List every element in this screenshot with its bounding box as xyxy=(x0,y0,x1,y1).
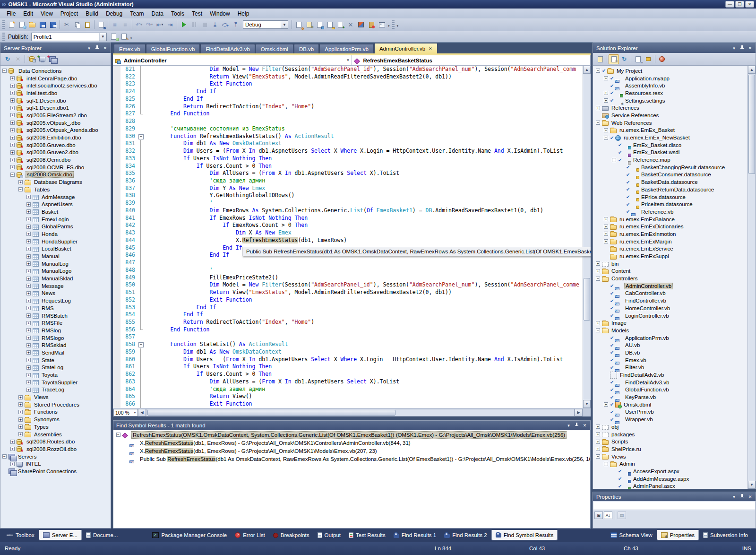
tab-finddetailadv3-vb[interactable]: FindDetailAdv3.vb xyxy=(200,44,255,53)
code-line[interactable]: 832 Dim Users = (From X In db1.AspnetUse… xyxy=(113,147,583,155)
window-position-icon[interactable]: ▾ xyxy=(86,45,93,52)
zoom-combo[interactable]: 100 %▼ xyxy=(113,409,138,416)
add-item-icon[interactable] xyxy=(17,20,27,30)
expand-icon[interactable]: + xyxy=(10,150,15,155)
collapse-icon[interactable]: − xyxy=(596,277,600,281)
solution-explorer-item[interactable]: ✔BasketReturnData.datasource xyxy=(595,186,747,193)
method-dropdown[interactable]: RefreshEmexBasketStatus xyxy=(352,55,591,65)
categorized-icon[interactable]: ⊞ xyxy=(594,512,603,519)
code-line[interactable]: 857 xyxy=(113,333,583,341)
tab-admincontroller-vb[interactable]: AdminController.vb✕ xyxy=(374,43,438,53)
server-explorer-item[interactable]: +intel.test.dbo xyxy=(1,89,111,97)
solution-explorer-item[interactable]: ✔CabController.vb xyxy=(595,290,747,297)
close-icon[interactable]: ✕ xyxy=(429,46,432,51)
expand-icon[interactable]: + xyxy=(26,195,31,199)
expand-icon[interactable]: + xyxy=(26,365,31,370)
code-line[interactable]: 844 X.RefreshEmexStatus(db1, EmexRows) xyxy=(113,237,583,244)
collapse-icon[interactable]: − xyxy=(596,454,600,459)
expand-icon[interactable]: + xyxy=(596,321,600,325)
expand-icon[interactable]: + xyxy=(604,239,608,243)
toolbox-icon[interactable]: ✕ xyxy=(345,20,356,30)
close-icon[interactable]: ✕ xyxy=(747,494,754,500)
solution-explorer-item[interactable]: ✔Wrapper.vb xyxy=(595,416,747,423)
code-line[interactable]: 848 ' xyxy=(113,267,583,274)
view-code-icon[interactable]: ‹› xyxy=(633,54,643,64)
solution-explorer-item[interactable]: +Content xyxy=(595,268,747,275)
chevron-down-icon[interactable]: ▼ xyxy=(99,33,106,41)
code-line[interactable]: 861 If Users IsNot Nothing Then xyxy=(113,363,583,371)
toolbar-grip[interactable] xyxy=(392,20,395,29)
server-explorer-item[interactable]: +AspnetUsers xyxy=(1,200,111,208)
command-window-icon[interactable]: ≡ xyxy=(377,20,387,30)
expand-icon[interactable]: + xyxy=(26,225,31,229)
collapse-icon[interactable]: − xyxy=(596,121,600,125)
code-line[interactable]: 827 End Function xyxy=(113,110,583,118)
close-icon[interactable]: ✕ xyxy=(102,45,109,52)
menu-project[interactable]: Project xyxy=(57,9,82,18)
server-explorer-item[interactable]: +sql2008.RozzOil.dbo xyxy=(1,445,111,453)
code-line[interactable]: 841 If EmexRows IsNot Nothing Then xyxy=(113,215,583,222)
code-line[interactable]: 835 Dim AllUsers = (From X In db1.Aspnet… xyxy=(113,170,583,177)
object-browser-icon[interactable] xyxy=(314,20,325,30)
code-line[interactable]: 831 Dim db1 As New OmskDataContext xyxy=(113,140,583,147)
server-explorer-item[interactable]: +GlobalParms xyxy=(1,223,111,230)
server-explorer-item[interactable]: +Synonyms xyxy=(1,416,111,423)
expand-icon[interactable]: + xyxy=(26,261,31,266)
expand-icon[interactable]: + xyxy=(26,388,31,392)
expand-icon[interactable]: + xyxy=(26,239,31,243)
collapse-icon[interactable]: − xyxy=(2,69,7,73)
add-server-icon[interactable]: + xyxy=(37,54,47,64)
solution-explorer-item[interactable]: ✔FindDetailAdv3.vb xyxy=(595,379,747,386)
server-explorer-item[interactable]: +sql2008.Exhibition.dbo xyxy=(1,134,111,141)
expand-icon[interactable]: + xyxy=(596,432,600,436)
solution-explorer-item[interactable]: +obj xyxy=(595,423,747,431)
solution-explorer-item[interactable]: −✔Reference.map xyxy=(595,156,747,164)
window-position-icon[interactable]: ▾ xyxy=(565,422,572,429)
properties-object-combo[interactable] xyxy=(593,502,755,510)
step-out-icon[interactable]: ⤒ xyxy=(231,20,241,30)
server-explorer-item[interactable]: +INTEL xyxy=(1,460,111,468)
code-line[interactable]: 822 Return View("EmexStatus", Model.Admi… xyxy=(113,73,583,81)
window-position-icon[interactable]: ▾ xyxy=(730,45,738,52)
copy-icon[interactable] xyxy=(72,20,82,30)
redo-icon[interactable]: ↷▾ xyxy=(144,20,155,30)
solution-explorer-scrollbar[interactable]: ▲ ▼ xyxy=(747,66,756,489)
code-line[interactable]: 840 Dim EmexRows As System.Collections.G… xyxy=(113,207,583,215)
menu-view[interactable]: View xyxy=(37,9,57,18)
solution-explorer-icon[interactable]: ✦ xyxy=(335,20,345,30)
solution-explorer-item[interactable]: +ShelPrice.ru xyxy=(595,445,747,453)
property-pages-icon[interactable]: ▤ xyxy=(618,512,626,519)
code-line[interactable]: 866 Exit Function xyxy=(113,400,583,408)
expand-icon[interactable]: + xyxy=(26,350,31,355)
expand-icon[interactable]: + xyxy=(18,410,23,414)
server-explorer-item[interactable]: +sql2008.Gruveo.dbo xyxy=(1,141,111,149)
solution-explorer-item[interactable]: ✔AdminController.vb xyxy=(595,282,747,290)
expand-icon[interactable]: + xyxy=(26,217,31,221)
code-line[interactable]: 853 End If xyxy=(113,304,583,312)
expand-icon[interactable]: + xyxy=(26,277,31,281)
expand-icon[interactable]: + xyxy=(18,180,23,184)
server-explorer-item[interactable]: +Toyota xyxy=(1,371,111,379)
solution-explorer-item[interactable]: ✔Emex.vb xyxy=(595,356,747,364)
expand-icon[interactable]: + xyxy=(26,247,31,251)
solution-explorer-item[interactable]: ✔BasketConsumer.datasource xyxy=(595,171,747,179)
scroll-down-icon[interactable]: ▼ xyxy=(583,400,591,408)
expand-icon[interactable]: + xyxy=(10,121,15,125)
paste-icon[interactable] xyxy=(82,20,93,30)
server-explorer-item[interactable]: +EmexLogin xyxy=(1,216,111,223)
server-explorer-item[interactable]: +Database Diagrams xyxy=(1,178,111,186)
server-explorer-titlebar[interactable]: Server Explorer ▾ ✕ xyxy=(0,43,111,53)
server-explorer-item[interactable]: +StateLog xyxy=(1,364,111,372)
solution-explorer-item[interactable]: ✔Reference.vb xyxy=(595,208,747,216)
comment-icon[interactable]: ≡ xyxy=(110,20,120,30)
refresh-icon[interactable]: ↻ xyxy=(2,54,13,64)
code-line[interactable]: 833 If Users IsNot Nothing Then xyxy=(113,155,583,163)
find-result-row[interactable]: X.RefreshEmexStatus(db1, EmexRows) - G:\… xyxy=(113,439,590,447)
scroll-up-icon[interactable]: ▲ xyxy=(748,66,756,74)
close-icon[interactable]: ✕ xyxy=(581,422,588,429)
server-explorer-item[interactable]: +sql-1.Desen.dbo1 xyxy=(1,104,111,112)
menu-window[interactable]: Window xyxy=(206,9,234,18)
stop-refresh-icon[interactable]: ✕ xyxy=(13,54,23,64)
solution-explorer-item[interactable]: ✔EPrice.datasource xyxy=(595,193,747,201)
expand-icon[interactable]: + xyxy=(604,225,608,229)
